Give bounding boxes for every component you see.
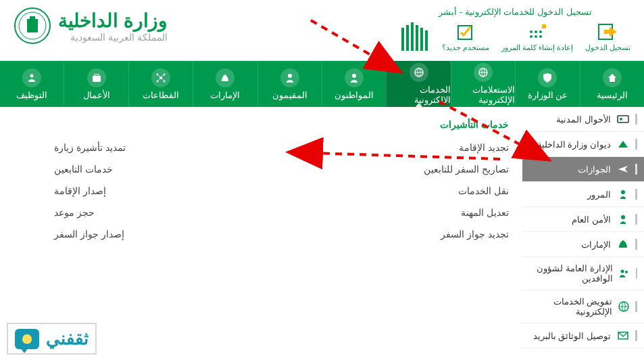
globe-icon: [410, 63, 428, 82]
ministry-logo: وزارة الداخلية المملكة العربية السعودية: [14, 7, 168, 45]
sidebar-security[interactable]: الأمن العام: [522, 207, 644, 232]
nav-eservices[interactable]: الخدمات الإلكترونية: [386, 61, 450, 107]
nav-home[interactable]: الرئيسية: [580, 61, 644, 107]
svg-rect-27: [95, 74, 99, 76]
citizen-icon: [345, 68, 364, 87]
svg-point-1: [530, 35, 532, 38]
dependents-services[interactable]: خدمات التابعين: [0, 158, 241, 180]
emblem-icon: [14, 7, 51, 45]
sidebar-traffic[interactable]: المرور: [522, 182, 644, 207]
sidebar-delegate[interactable]: تفويض الخدمات الإلكترونية: [522, 290, 644, 323]
change-profession[interactable]: تعديل المهنة: [268, 202, 510, 223]
emirates-side-icon: [616, 238, 630, 250]
sidebar-passports[interactable]: الجوازات: [522, 157, 644, 182]
nav-sectors[interactable]: القطاعات: [128, 61, 193, 107]
book-appointment[interactable]: حجز موعد: [0, 202, 241, 223]
transfer-services[interactable]: نقل الخدمات: [268, 180, 510, 202]
sidebar-civil-affairs[interactable]: الأحوال المدنية: [522, 107, 644, 132]
globe-side-icon: [618, 300, 630, 313]
absher-logo: [400, 22, 430, 52]
svg-rect-12: [416, 25, 418, 51]
security-icon: [616, 213, 630, 225]
building-icon: [616, 138, 630, 150]
svg-point-32: [621, 215, 625, 219]
home-icon: [603, 68, 622, 87]
absher-header-title: تسجيل الدخول للخدمات الإلكترونية - أبشر: [439, 7, 591, 17]
svg-point-6: [539, 30, 542, 33]
svg-rect-9: [401, 28, 404, 51]
svg-rect-13: [420, 28, 423, 51]
nav-citizens[interactable]: المواطنون: [322, 61, 386, 107]
renew-iqama[interactable]: تجديد الإقامة: [268, 137, 510, 158]
svg-point-4: [530, 30, 532, 33]
svg-point-3: [539, 35, 542, 38]
sectors-icon: [151, 68, 170, 87]
footer-brand-logo: ثقفني: [7, 323, 97, 355]
main-nav: الرئيسية عن الوزارة الاستعلامات الإلكترو…: [0, 61, 644, 107]
jobs-icon: [22, 68, 41, 87]
svg-point-28: [30, 74, 34, 77]
bulb-icon: [15, 329, 39, 349]
svg-rect-29: [618, 116, 628, 122]
renew-passport[interactable]: تجديد جواز السفر: [268, 223, 510, 245]
services-panel-2: تمديد تأشيرة زيارة خدمات التابعين إصدار …: [0, 115, 241, 348]
sidebar-emirates[interactable]: الإمارات: [522, 232, 644, 257]
svg-rect-11: [411, 22, 414, 51]
svg-point-34: [625, 271, 628, 273]
svg-point-33: [620, 270, 624, 273]
panel-title: خدمات التأشيرات: [268, 115, 510, 137]
sidebar-mail[interactable]: توصيل الوثائق بالبريد: [522, 323, 644, 348]
id-card-icon: [616, 113, 630, 125]
extend-visit-visa[interactable]: تمديد تأشيرة زيارة: [0, 137, 241, 158]
svg-point-19: [352, 74, 356, 78]
brand-title: وزارة الداخلية: [58, 9, 168, 32]
emirates-icon: [216, 68, 234, 87]
briefcase-icon: [87, 68, 106, 87]
svg-point-31: [621, 190, 625, 194]
svg-point-5: [535, 30, 537, 33]
svg-rect-14: [425, 30, 428, 51]
nav-jobs[interactable]: التوظيف: [0, 61, 64, 107]
login-link[interactable]: تسجيل الدخول: [585, 23, 630, 52]
svg-rect-10: [406, 25, 409, 51]
sidebar-diwan[interactable]: ديوان وزارة الداخلية: [522, 132, 644, 157]
nav-equeries[interactable]: الاستعلامات الإلكترونية: [451, 61, 515, 107]
travel-permits[interactable]: تصاريح السفر للتابعين: [268, 158, 510, 180]
shield-icon: [538, 68, 557, 87]
svg-point-20: [288, 74, 292, 78]
nav-business[interactable]: الأعمال: [64, 61, 128, 107]
nav-emirates[interactable]: الإمارات: [193, 61, 257, 107]
svg-point-2: [535, 35, 537, 38]
issue-passport[interactable]: إصدار جواز السفر: [0, 223, 241, 245]
people-icon: [618, 267, 630, 279]
svg-rect-7: [542, 24, 546, 28]
brand-subtitle: المملكة العربية السعودية: [58, 32, 168, 43]
nav-residents[interactable]: المقيمون: [257, 61, 322, 107]
traffic-icon: [616, 188, 630, 200]
svg-point-30: [620, 118, 622, 120]
globe-search-icon: [474, 63, 493, 82]
sidebar-expatriates[interactable]: الإدارة العامة لشؤون الوافدين: [522, 257, 644, 290]
plane-icon: [616, 163, 630, 175]
reset-password-link[interactable]: إعادة إنشاء كلمة المرور: [501, 23, 573, 52]
resident-icon: [280, 68, 299, 87]
new-user-link[interactable]: مستخدم جديد؟: [442, 23, 489, 52]
sidebar: الأحوال المدنية ديوان وزارة الداخلية الج…: [522, 107, 644, 348]
issue-iqama[interactable]: إصدار الإقامة: [0, 180, 241, 202]
nav-about[interactable]: عن الوزارة: [515, 61, 579, 107]
mail-icon: [616, 330, 630, 342]
visa-services-panel: خدمات التأشيرات تجديد الإقامة تصاريح الس…: [268, 115, 510, 348]
